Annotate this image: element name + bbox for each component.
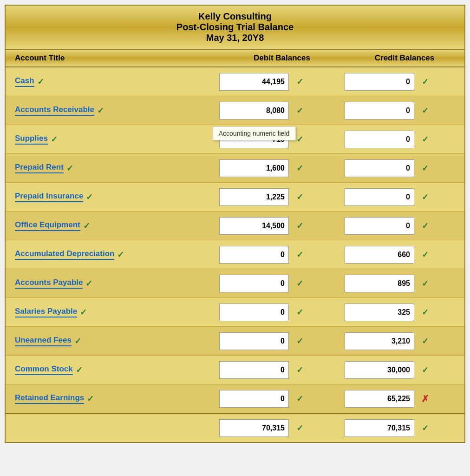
debit-check-icon-retained-earnings: ✓ <box>296 394 303 404</box>
account-check-supplies: ✓ <box>51 134 58 145</box>
credit-input-unearned-fees[interactable] <box>345 332 414 350</box>
account-cell-accumulated-depreciation: Accumulated Depreciation✓ <box>6 245 219 264</box>
account-name-supplies[interactable]: Supplies <box>15 134 48 145</box>
credit-input-office-equipment[interactable] <box>345 217 414 235</box>
debit-check-accounts-receivable: ✓ <box>293 106 307 116</box>
debit-input-salaries-payable[interactable] <box>219 304 289 321</box>
credit-input-accounts-receivable[interactable] <box>345 102 414 119</box>
debit-cell-cash: ✓ <box>219 69 345 94</box>
debit-wrapper-office-equipment <box>219 217 289 235</box>
credit-cell-accumulated-depreciation: ✓ <box>345 242 464 267</box>
credit-cell-unearned-fees: ✓ <box>345 329 464 354</box>
debit-input-accounts-receivable[interactable] <box>219 102 289 119</box>
accounting-numeric-tooltip: Accounting numeric field <box>213 126 296 140</box>
credit-check-icon-accounts-receivable: ✓ <box>422 106 429 116</box>
account-name-prepaid-rent[interactable]: Prepaid Rent <box>15 163 64 173</box>
totals-credit-check: ✓ <box>418 423 432 433</box>
debit-cell-unearned-fees: ✓ <box>219 329 345 354</box>
debit-input-office-equipment[interactable] <box>219 217 289 235</box>
debit-input-retained-earnings[interactable] <box>219 390 289 408</box>
debit-wrapper-prepaid-rent <box>219 159 289 177</box>
credit-cell-accounts-payable: ✓ <box>345 271 464 296</box>
debit-input-prepaid-insurance[interactable] <box>219 188 289 206</box>
account-name-accounts-payable[interactable]: Accounts Payable <box>15 278 83 289</box>
debit-check-icon-supplies: ✓ <box>296 134 303 145</box>
debit-cell-prepaid-insurance: ✓ <box>219 185 345 210</box>
credit-check-icon-common-stock: ✓ <box>422 365 429 375</box>
account-name-common-stock[interactable]: Common Stock <box>15 364 73 375</box>
credit-check-unearned-fees: ✓ <box>418 336 432 346</box>
credit-check-supplies: ✓ <box>418 134 432 145</box>
credit-check-icon-accounts-payable: ✓ <box>422 278 429 289</box>
account-check-common-stock: ✓ <box>76 365 83 375</box>
row-cash: Cash✓✓✓ <box>6 67 464 96</box>
debit-wrapper-retained-earnings <box>219 390 289 408</box>
credit-input-prepaid-insurance[interactable] <box>345 188 414 206</box>
credit-check-accounts-payable: ✓ <box>418 278 432 289</box>
account-name-prepaid-insurance[interactable]: Prepaid Insurance <box>15 192 83 202</box>
credit-check-icon-unearned-fees: ✓ <box>422 336 429 346</box>
debit-input-cash[interactable] <box>219 73 289 91</box>
totals-debit-input[interactable] <box>219 419 289 437</box>
credit-input-cash[interactable] <box>345 73 414 91</box>
debit-cell-office-equipment: ✓ <box>219 213 345 238</box>
credit-input-accounts-payable[interactable] <box>345 275 414 292</box>
row-common-stock: Common Stock✓✓✓ <box>6 356 464 384</box>
report-title: Post-Closing Trial Balance <box>10 22 460 33</box>
account-cell-prepaid-rent: Prepaid Rent✓ <box>6 158 219 178</box>
credit-cell-cash: ✓ <box>345 69 464 94</box>
debit-cell-common-stock: ✓ <box>219 357 345 383</box>
debit-wrapper-accounts-receivable: Accounting numeric field <box>219 102 289 119</box>
account-name-unearned-fees[interactable]: Unearned Fees <box>15 336 72 346</box>
account-cell-unearned-fees: Unearned Fees✓ <box>6 331 219 351</box>
account-name-accounts-receivable[interactable]: Accounts Receivable <box>15 105 94 116</box>
debit-wrapper-salaries-payable <box>219 304 289 321</box>
account-cell-supplies: Supplies✓ <box>6 129 219 149</box>
account-cell-accounts-payable: Accounts Payable✓ <box>6 273 219 293</box>
debit-wrapper-accumulated-depreciation <box>219 246 289 264</box>
credit-input-prepaid-rent[interactable] <box>345 159 414 177</box>
debit-check-icon-cash: ✓ <box>296 77 303 87</box>
totals-debit-check: ✓ <box>293 423 307 433</box>
account-name-accumulated-depreciation[interactable]: Accumulated Depreciation <box>15 249 114 260</box>
credit-input-retained-earnings[interactable] <box>345 390 414 408</box>
account-check-cash: ✓ <box>37 77 44 87</box>
account-name-salaries-payable[interactable]: Salaries Payable <box>15 307 77 317</box>
credit-input-salaries-payable[interactable] <box>345 304 414 321</box>
account-cell-office-equipment: Office Equipment✓ <box>6 216 219 236</box>
company-name: Kelly Consulting <box>10 11 460 22</box>
debit-input-accumulated-depreciation[interactable] <box>219 246 289 264</box>
credit-cell-office-equipment: ✓ <box>345 213 464 238</box>
totals-credit-input[interactable] <box>345 419 414 437</box>
account-cell-accounts-receivable: Accounts Receivable✓ <box>6 100 219 120</box>
credit-check-icon-salaries-payable: ✓ <box>422 307 429 317</box>
credit-check-icon-supplies: ✓ <box>422 134 429 145</box>
credit-header: Credit Balances <box>345 53 464 63</box>
totals-row: ✓ ✓ <box>6 413 464 442</box>
credit-check-icon-office-equipment: ✓ <box>422 221 429 231</box>
debit-check-icon-prepaid-rent: ✓ <box>296 163 303 173</box>
debit-check-accumulated-depreciation: ✓ <box>293 250 307 260</box>
account-check-unearned-fees: ✓ <box>74 336 81 346</box>
report-header: Kelly Consulting Post-Closing Trial Bala… <box>6 6 464 50</box>
debit-input-common-stock[interactable] <box>219 361 289 379</box>
credit-check-icon-prepaid-insurance: ✓ <box>422 192 429 202</box>
credit-check-prepaid-insurance: ✓ <box>418 192 432 202</box>
debit-input-unearned-fees[interactable] <box>219 332 289 350</box>
debit-input-accounts-payable[interactable] <box>219 275 289 292</box>
row-unearned-fees: Unearned Fees✓✓✓ <box>6 327 464 356</box>
account-name-retained-earnings[interactable]: Retained Earnings <box>15 393 84 404</box>
account-name-cash[interactable]: Cash <box>15 76 34 87</box>
credit-input-accumulated-depreciation[interactable] <box>345 246 414 264</box>
debit-input-prepaid-rent[interactable] <box>219 159 289 177</box>
credit-input-common-stock[interactable] <box>345 361 414 379</box>
debit-check-prepaid-rent: ✓ <box>293 163 307 173</box>
debit-cell-salaries-payable: ✓ <box>219 300 345 325</box>
credit-check-retained-earnings: ✗ <box>418 393 432 404</box>
debit-check-retained-earnings: ✓ <box>293 394 307 404</box>
account-cell-prepaid-insurance: Prepaid Insurance✓ <box>6 187 219 207</box>
account-cell-salaries-payable: Salaries Payable✓ <box>6 302 219 322</box>
debit-header: Debit Balances <box>219 53 345 63</box>
account-name-office-equipment[interactable]: Office Equipment <box>15 220 80 231</box>
credit-input-supplies[interactable] <box>345 131 414 148</box>
